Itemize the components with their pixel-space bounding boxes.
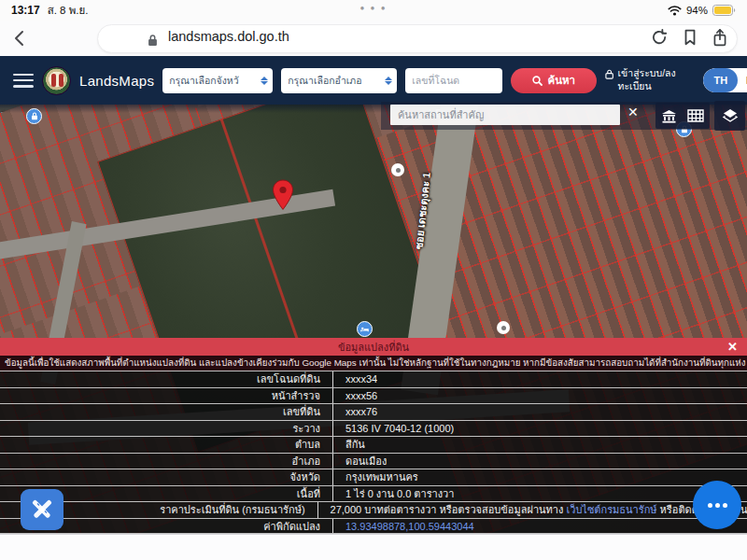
row-value: 5136 IV 7040-12 (1000) bbox=[333, 421, 454, 437]
red-location-marker[interactable] bbox=[272, 179, 294, 211]
bank-layer-icon[interactable] bbox=[661, 109, 677, 123]
price-text: 27,000 บาทต่อตารางวา หรือตรวจสอบข้อมูลผ่… bbox=[331, 504, 567, 515]
browser-bottom-bar bbox=[0, 534, 747, 560]
search-button-label: ค้นหา bbox=[547, 72, 575, 89]
more-options-fab[interactable] bbox=[693, 481, 741, 529]
disclaimer-text: ข้อมูลนี้เพื่อใช้แสดงสภาพพื้นที่ตำแหน่งแ… bbox=[0, 356, 747, 371]
row-value: xxxx34 bbox=[333, 371, 377, 387]
battery-percent: 94% bbox=[686, 5, 708, 16]
treasury-website-link[interactable]: เว็บไซต์กรมธนารักษ์ bbox=[566, 504, 656, 515]
poi-pin-icon[interactable] bbox=[497, 321, 510, 334]
row-value: xxxx56 bbox=[333, 388, 377, 404]
brand-title: LandsMaps bbox=[79, 73, 154, 89]
lodging-pin-icon[interactable] bbox=[357, 321, 373, 337]
status-date: ส. 8 พ.ย. bbox=[48, 2, 89, 19]
row-label: อำเภอ bbox=[0, 454, 333, 469]
ssl-lock-icon bbox=[148, 34, 158, 47]
battery-icon bbox=[712, 5, 736, 16]
province-select-value: กรุณาเลือกจังหวั bbox=[169, 73, 238, 89]
row-label: จังหวัด bbox=[0, 469, 333, 485]
map-tools-button[interactable] bbox=[21, 489, 63, 530]
panel-title: ข้อมูลแปลงที่ดิน bbox=[338, 339, 409, 356]
row-value: xxxx76 bbox=[333, 404, 377, 420]
row-value: กรุงเทพมหานคร bbox=[333, 469, 418, 485]
province-select[interactable]: กรุณาเลือกจังหวั bbox=[162, 68, 273, 93]
app-header: LandsMaps กรุณาเลือกจังหวั กรุณาเลือกอำเ… bbox=[0, 56, 747, 105]
row-value: ดอนเมือง bbox=[333, 454, 387, 469]
language-toggle[interactable]: TH EN bbox=[703, 68, 747, 92]
layers-button[interactable] bbox=[714, 101, 745, 131]
row-value: สีกัน bbox=[333, 437, 365, 453]
table-row: ระวาง 5136 IV 7040-12 (1000) bbox=[0, 420, 747, 437]
district-select[interactable]: กรุณาเลือกอำเภอ bbox=[281, 68, 397, 93]
browser-back-icon[interactable] bbox=[13, 30, 24, 47]
bookmark-icon[interactable] bbox=[683, 29, 698, 46]
table-row: จังหวัด กรุงเทพมหานคร bbox=[0, 469, 747, 485]
search-button[interactable]: ค้นหา bbox=[511, 68, 597, 93]
map-search-close-icon[interactable]: ✕ bbox=[627, 105, 639, 119]
dol-logo bbox=[42, 66, 71, 95]
magnifier-icon bbox=[532, 76, 543, 86]
ellipsis-icon bbox=[708, 503, 712, 508]
table-row: อำเภอ ดอนเมือง bbox=[0, 453, 747, 469]
row-label: เลขที่ดิน bbox=[0, 404, 333, 420]
table-row: เนื้อที่ 1 ไร่ 0 งาน 0.0 ตารางวา bbox=[0, 485, 747, 502]
select-updown-icon bbox=[381, 77, 392, 85]
pencil-ruler-icon bbox=[31, 498, 53, 521]
deed-number-input[interactable] bbox=[405, 68, 502, 93]
multitask-dots-icon: ● ● ● bbox=[360, 4, 388, 12]
row-label: ระวาง bbox=[0, 421, 333, 437]
lang-th[interactable]: TH bbox=[703, 68, 738, 92]
district-select-value: กรุณาเลือกอำเภอ bbox=[288, 73, 361, 89]
share-icon[interactable] bbox=[712, 29, 727, 47]
url-text[interactable]: landsmaps.dol.go.th bbox=[168, 29, 289, 44]
table-row-price: ราคาประเมินที่ดิน (กรมธนารักษ์) 27,000 บ… bbox=[0, 501, 747, 518]
select-updown-icon bbox=[257, 77, 268, 85]
login-lock-icon bbox=[605, 68, 613, 80]
layers-icon bbox=[722, 108, 739, 123]
grid-layer-icon[interactable] bbox=[687, 109, 704, 122]
login-link[interactable]: เข้าสู่ระบบ/ลงทะเบียน bbox=[605, 67, 695, 92]
table-row-coordinates: ค่าพิกัดแปลง 13.93498878,100.59443044 bbox=[0, 518, 747, 535]
table-row: เลขที่ดิน xxxx76 bbox=[0, 403, 747, 420]
reload-icon[interactable] bbox=[651, 29, 668, 46]
salon-pin-icon[interactable] bbox=[391, 163, 404, 176]
wifi-icon bbox=[668, 6, 682, 16]
login-label: เข้าสู่ระบบ/ลงทะเบียน bbox=[618, 67, 696, 92]
map-poi-search-input[interactable] bbox=[390, 105, 620, 125]
table-row: ตำบล สีกัน bbox=[0, 436, 747, 453]
row-value: 1 ไร่ 0 งาน 0.0 ตารางวา bbox=[333, 486, 454, 502]
clock: 13:17 bbox=[11, 4, 40, 17]
panel-close-icon[interactable]: ✕ bbox=[727, 340, 738, 354]
row-label: ตำบล bbox=[0, 437, 333, 453]
status-bar: 13:17 ส. 8 พ.ย. ● ● ● 94% bbox=[0, 0, 747, 21]
lang-en[interactable]: EN bbox=[738, 68, 747, 92]
coordinates-link[interactable]: 13.93498878,100.59443044 bbox=[333, 519, 474, 534]
row-value: 27,000 บาทต่อตารางวา หรือตรวจสอบข้อมูลผ่… bbox=[318, 502, 747, 518]
row-label: หน้าสำรวจ bbox=[0, 388, 333, 404]
parcel-data-table: เลขโฉนดที่ดิน xxxx34 หน้าสำรวจ xxxx56 เล… bbox=[0, 371, 747, 534]
row-label: เลขโฉนดที่ดิน bbox=[0, 371, 333, 387]
parcel-info-banner: ข้อมูลแปลงที่ดิน ✕ bbox=[0, 338, 747, 356]
menu-hamburger-icon[interactable] bbox=[13, 74, 34, 88]
map-tool-panel bbox=[655, 103, 710, 129]
table-row: หน้าสำรวจ xxxx56 bbox=[0, 387, 747, 404]
table-row: เลขโฉนดที่ดิน xxxx34 bbox=[0, 371, 747, 387]
business-lock-pin-icon[interactable] bbox=[26, 108, 42, 124]
